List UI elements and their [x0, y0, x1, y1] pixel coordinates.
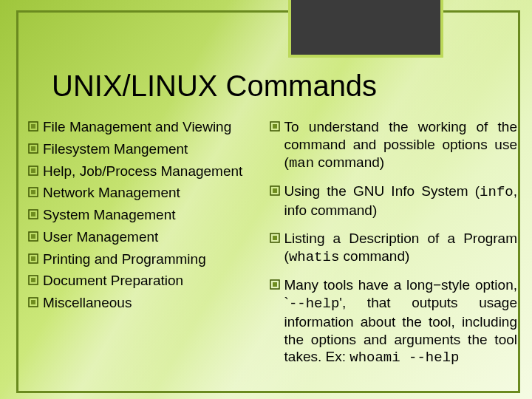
code-text: whoami --help: [349, 349, 459, 366]
list-item-label: Help, Job/Process Management: [43, 163, 267, 180]
list-item: Filesystem Mangement: [28, 140, 267, 158]
list-item: System Management: [28, 206, 267, 224]
bullet-icon: [28, 209, 38, 219]
list-item-label: System Management: [43, 206, 267, 224]
list-item: User Management: [28, 228, 267, 246]
bullet-icon: [270, 233, 280, 243]
list-item-label: To understand the working of the command…: [284, 118, 517, 172]
right-column: To understand the working of the command…: [270, 118, 517, 386]
list-item-label: Network Management: [43, 184, 267, 202]
bullet-icon: [28, 253, 38, 264]
code-text: --help: [289, 296, 339, 312]
bullet-icon: [28, 297, 38, 307]
bullet-icon: [28, 231, 38, 242]
svg-rect-11: [31, 234, 35, 239]
list-item-label: Filesystem Mangement: [43, 140, 267, 158]
list-item-label: Listing a Description of a Program (what…: [284, 230, 517, 267]
bullet-icon: [28, 143, 38, 154]
list-item-label: File Management and Viewing: [43, 118, 267, 136]
list-item: Listing a Description of a Program (what…: [270, 230, 517, 267]
svg-rect-13: [31, 256, 35, 261]
bullet-icon: [270, 279, 280, 290]
bullet-icon: [28, 187, 38, 197]
svg-rect-21: [273, 188, 277, 193]
bullet-icon: [270, 185, 280, 196]
list-item-label: User Management: [43, 228, 267, 246]
list-item-label: Miscellaneous: [43, 294, 267, 312]
list-item: File Management and Viewing: [28, 118, 267, 136]
list-item: Network Management: [28, 184, 267, 202]
list-item: Document Preparation: [28, 272, 267, 290]
svg-rect-19: [273, 124, 277, 129]
bullet-icon: [28, 275, 38, 285]
left-column: File Management and ViewingFilesystem Ma…: [28, 118, 267, 386]
list-item: Help, Job/Process Management: [28, 163, 267, 180]
list-item: Many tools have a long−style option, `--…: [270, 276, 517, 367]
bullet-icon: [28, 166, 38, 176]
svg-rect-15: [31, 278, 35, 282]
list-item-label: Using the GNU Info System (info, info co…: [284, 183, 517, 219]
list-item-label: Document Preparation: [43, 272, 267, 290]
bullet-icon: [270, 121, 280, 132]
list-item: Using the GNU Info System (info, info co…: [270, 183, 517, 219]
svg-rect-23: [273, 236, 277, 240]
svg-rect-1: [31, 124, 35, 129]
svg-rect-9: [31, 212, 35, 216]
list-item-label: Many tools have a long−style option, `--…: [284, 276, 517, 367]
content-columns: File Management and ViewingFilesystem Ma…: [28, 118, 517, 386]
list-item: Miscellaneous: [28, 294, 267, 312]
list-item: To understand the working of the command…: [270, 118, 517, 172]
code-text: info: [480, 184, 514, 200]
list-item-label: Printing and Programming: [43, 250, 267, 268]
svg-rect-3: [31, 146, 35, 151]
code-text: man: [289, 155, 314, 171]
bullet-icon: [28, 121, 38, 132]
list-item: Printing and Programming: [28, 250, 267, 268]
svg-rect-7: [31, 190, 35, 194]
svg-rect-5: [31, 168, 35, 173]
slide-title: UNIX/LINUX Commands: [52, 69, 510, 103]
code-text: whatis: [289, 249, 339, 265]
slide: UNIX/LINUX Commands File Management and …: [0, 0, 532, 399]
top-accent-box: [288, 0, 443, 58]
svg-rect-17: [31, 300, 35, 304]
svg-rect-25: [273, 282, 277, 287]
